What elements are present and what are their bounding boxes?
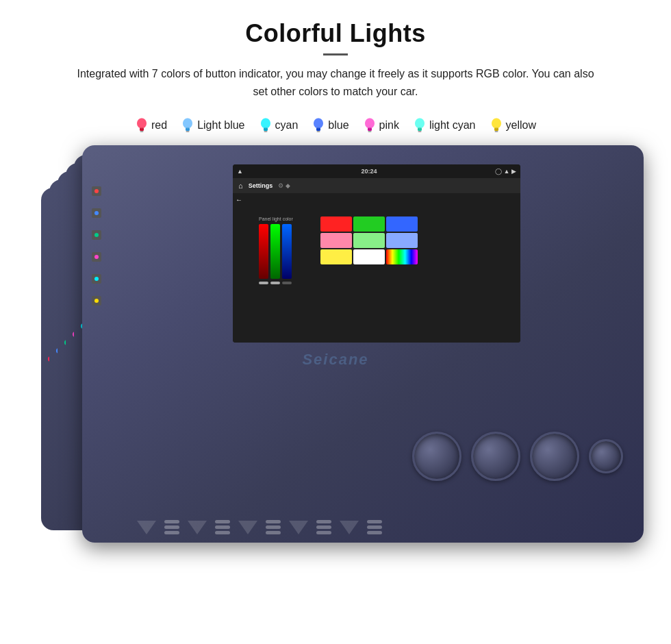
vent-slit-5c	[367, 531, 382, 534]
screen-content: ← Panel light color	[233, 193, 520, 343]
grid-red[interactable]	[320, 216, 352, 232]
car-section: ▲ 20:24 ◯ ▲ ▶ ⌂ Settings ⚙ ◆ ←	[0, 145, 671, 584]
page-container: Colorful Lights Integrated with 7 colors…	[0, 0, 671, 644]
color-item-light-cyan: light cyan	[413, 116, 476, 134]
svg-rect-6	[186, 131, 190, 132]
color-bars-section: Panel light color	[259, 216, 293, 284]
light-cyan-bulb-icon	[413, 116, 427, 134]
knob-2[interactable]	[471, 432, 520, 481]
vent-slit-1b	[164, 525, 179, 529]
svg-point-11	[261, 119, 270, 129]
color-item-red: red	[135, 116, 167, 134]
vent-slits-5	[367, 520, 382, 534]
red-bar	[259, 224, 268, 279]
grid-blue[interactable]	[386, 216, 418, 232]
knob-3[interactable]	[530, 432, 579, 481]
svg-rect-18	[368, 131, 371, 132]
btn4[interactable]	[92, 252, 101, 262]
red-bulb-icon	[135, 116, 149, 134]
status-bar: ▲ 20:24 ◯ ▲ ▶	[233, 164, 520, 178]
svg-point-15	[314, 119, 323, 129]
grid-rainbow[interactable]	[386, 249, 418, 264]
svg-point-7	[183, 119, 192, 129]
vent-slit-2a	[215, 520, 230, 523]
cyan-bulb-icon	[259, 116, 273, 134]
color-list: red Light blue cyan	[128, 116, 543, 134]
green-bar	[270, 224, 280, 279]
color-label-yellow: yellow	[506, 119, 536, 132]
yellow-bulb-icon	[490, 116, 503, 134]
color-item-light-blue: Light blue	[181, 116, 244, 134]
vent-triangle-5	[340, 521, 359, 534]
vent-slit-1c	[164, 531, 179, 534]
vent-triangle-3	[238, 521, 257, 534]
grid-light-green[interactable]	[353, 233, 385, 248]
color-item-yellow: yellow	[490, 116, 536, 134]
color-label-pink: pink	[379, 119, 399, 132]
home-icon: ⌂	[238, 182, 243, 190]
btn4-led	[94, 255, 99, 259]
vent-slit-4b	[316, 525, 331, 529]
screen-area: ▲ 20:24 ◯ ▲ ▶ ⌂ Settings ⚙ ◆ ←	[233, 164, 520, 343]
color-label-light-blue: Light blue	[197, 119, 244, 132]
mc-button[interactable]	[92, 186, 101, 196]
panel-label: Panel light color	[259, 216, 293, 221]
mc-led	[94, 189, 99, 193]
color-label-blue: blue	[328, 119, 349, 132]
pink-bulb-icon	[363, 116, 377, 134]
title-section: Colorful Lights Integrated with 7 colors…	[68, 19, 603, 110]
car-front: ▲ 20:24 ◯ ▲ ▶ ⌂ Settings ⚙ ◆ ←	[82, 145, 644, 543]
page-title: Colorful Lights	[68, 19, 603, 48]
rst-button[interactable]	[92, 208, 101, 218]
vent-slits-3	[266, 520, 281, 534]
grid-pink[interactable]	[320, 233, 352, 248]
vent-slit-3c	[266, 531, 281, 534]
svg-rect-10	[264, 131, 267, 132]
vent-slit-3b	[266, 525, 281, 529]
svg-point-27	[492, 119, 501, 129]
svg-rect-26	[494, 131, 498, 132]
vent-slits-4	[316, 520, 331, 534]
btn3-led	[94, 233, 99, 237]
grid-yellow[interactable]	[320, 249, 352, 264]
nav-bar: ⌂ Settings ⚙ ◆	[233, 178, 520, 193]
status-bar-time: 20:24	[361, 168, 377, 175]
nav-title: Settings	[249, 182, 273, 189]
vent-triangle-2	[188, 521, 207, 534]
rst-led	[94, 211, 99, 215]
vent-triangle-4	[289, 521, 308, 534]
grid-white[interactable]	[353, 249, 385, 264]
vent-slit-3a	[266, 520, 281, 523]
color-item-blue: blue	[312, 116, 349, 134]
btn3[interactable]	[92, 230, 101, 240]
grid-green[interactable]	[353, 216, 385, 232]
color-item-pink: pink	[363, 116, 399, 134]
svg-point-23	[415, 119, 425, 129]
color-item-cyan: cyan	[259, 116, 299, 134]
vent-slit-5b	[367, 525, 382, 529]
knob-area	[412, 432, 623, 481]
status-bar-icons: ◯ ▲ ▶	[495, 168, 516, 175]
status-bar-left: ▲	[237, 168, 243, 175]
btn6-led	[94, 299, 99, 303]
svg-point-19	[365, 119, 375, 129]
vent-slit-2b	[215, 525, 230, 529]
vent-slit-5a	[367, 520, 382, 523]
knob-4[interactable]	[589, 439, 623, 473]
svg-rect-2	[140, 131, 144, 132]
back-arrow-icon: ←	[236, 196, 242, 203]
watermark: Seicane	[302, 351, 368, 369]
color-grid-section	[320, 216, 418, 284]
color-label-cyan: cyan	[275, 119, 299, 132]
grid-light-blue[interactable]	[386, 233, 418, 248]
slider-area	[259, 282, 293, 284]
vent-triangle-1	[137, 521, 156, 534]
btn5-led	[94, 277, 99, 281]
blue-bulb-icon	[312, 116, 325, 134]
color-grid	[320, 216, 418, 264]
knob-1[interactable]	[412, 432, 461, 481]
btn6[interactable]	[92, 296, 101, 306]
vent-slits-2	[215, 520, 230, 534]
color-label-light-cyan: light cyan	[429, 119, 476, 132]
btn5[interactable]	[92, 274, 101, 284]
